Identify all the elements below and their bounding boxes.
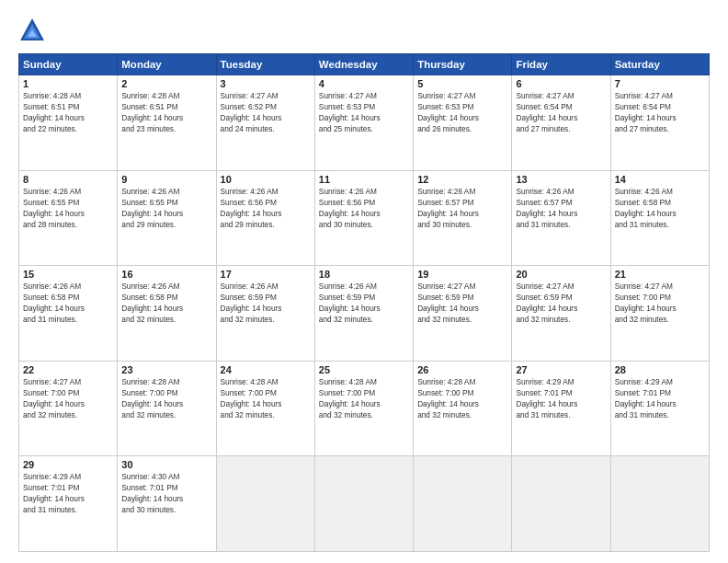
day-number: 27: [516, 364, 606, 375]
day-number: 4: [319, 78, 409, 89]
day-number: 22: [23, 364, 113, 375]
calendar-cell: 24Sunrise: 4:28 AM Sunset: 7:00 PM Dayli…: [216, 361, 314, 456]
day-number: 30: [121, 459, 211, 470]
calendar-cell: 12Sunrise: 4:26 AM Sunset: 6:57 PM Dayli…: [414, 170, 512, 266]
calendar-cell: 14Sunrise: 4:26 AM Sunset: 6:58 PM Dayli…: [610, 170, 709, 266]
day-info: Sunrise: 4:26 AM Sunset: 6:59 PM Dayligh…: [221, 281, 311, 325]
day-info: Sunrise: 4:28 AM Sunset: 7:00 PM Dayligh…: [417, 376, 507, 420]
calendar-cell: [610, 456, 709, 552]
calendar-cell: 17Sunrise: 4:26 AM Sunset: 6:59 PM Dayli…: [216, 266, 314, 362]
calendar-cell: 1Sunrise: 4:28 AM Sunset: 6:51 PM Daylig…: [19, 75, 118, 171]
weekday-wednesday: Wednesday: [314, 54, 413, 75]
day-info: Sunrise: 4:27 AM Sunset: 7:00 PM Dayligh…: [23, 376, 113, 420]
day-number: 3: [221, 78, 311, 89]
weekday-friday: Friday: [512, 54, 610, 75]
calendar-cell: 7Sunrise: 4:27 AM Sunset: 6:54 PM Daylig…: [610, 75, 709, 171]
day-info: Sunrise: 4:27 AM Sunset: 6:59 PM Dayligh…: [417, 281, 507, 325]
day-info: Sunrise: 4:26 AM Sunset: 6:57 PM Dayligh…: [516, 186, 606, 230]
day-info: Sunrise: 4:27 AM Sunset: 6:52 PM Dayligh…: [221, 90, 311, 134]
calendar-cell: [512, 456, 610, 552]
weekday-header-row: SundayMondayTuesdayWednesdayThursdayFrid…: [19, 54, 710, 75]
day-info: Sunrise: 4:28 AM Sunset: 7:00 PM Dayligh…: [319, 376, 409, 420]
weekday-thursday: Thursday: [414, 54, 512, 75]
calendar: SundayMondayTuesdayWednesdayThursdayFrid…: [18, 53, 710, 552]
day-info: Sunrise: 4:27 AM Sunset: 7:00 PM Dayligh…: [615, 281, 705, 325]
calendar-cell: 16Sunrise: 4:26 AM Sunset: 6:58 PM Dayli…: [118, 266, 216, 362]
calendar-cell: 11Sunrise: 4:26 AM Sunset: 6:56 PM Dayli…: [314, 170, 413, 266]
calendar-cell: 5Sunrise: 4:27 AM Sunset: 6:53 PM Daylig…: [414, 75, 512, 171]
day-number: 11: [319, 174, 409, 185]
day-number: 23: [121, 364, 211, 375]
day-info: Sunrise: 4:27 AM Sunset: 6:59 PM Dayligh…: [516, 281, 606, 325]
weekday-tuesday: Tuesday: [216, 54, 314, 75]
day-info: Sunrise: 4:27 AM Sunset: 6:54 PM Dayligh…: [516, 90, 606, 134]
day-info: Sunrise: 4:28 AM Sunset: 6:51 PM Dayligh…: [121, 90, 211, 134]
day-number: 21: [615, 269, 705, 280]
day-number: 17: [221, 269, 311, 280]
week-row-1: 1Sunrise: 4:28 AM Sunset: 6:51 PM Daylig…: [19, 75, 710, 171]
day-info: Sunrise: 4:27 AM Sunset: 6:54 PM Dayligh…: [615, 90, 705, 134]
calendar-cell: 2Sunrise: 4:28 AM Sunset: 6:51 PM Daylig…: [118, 75, 216, 171]
day-number: 16: [121, 269, 211, 280]
calendar-cell: [314, 456, 413, 552]
day-number: 14: [615, 174, 705, 185]
day-info: Sunrise: 4:28 AM Sunset: 6:51 PM Dayligh…: [23, 90, 113, 134]
logo: [18, 17, 51, 44]
day-number: 5: [417, 78, 507, 89]
calendar-cell: 29Sunrise: 4:29 AM Sunset: 7:01 PM Dayli…: [19, 456, 118, 552]
day-number: 26: [417, 364, 507, 375]
day-info: Sunrise: 4:26 AM Sunset: 6:58 PM Dayligh…: [121, 281, 211, 325]
calendar-cell: 10Sunrise: 4:26 AM Sunset: 6:56 PM Dayli…: [216, 170, 314, 266]
day-number: 2: [121, 78, 211, 89]
day-info: Sunrise: 4:30 AM Sunset: 7:01 PM Dayligh…: [121, 471, 211, 515]
calendar-cell: 3Sunrise: 4:27 AM Sunset: 6:52 PM Daylig…: [216, 75, 314, 171]
weekday-monday: Monday: [118, 54, 216, 75]
day-number: 10: [221, 174, 311, 185]
day-number: 29: [23, 459, 113, 470]
calendar-cell: 20Sunrise: 4:27 AM Sunset: 6:59 PM Dayli…: [512, 266, 610, 362]
day-number: 12: [417, 174, 507, 185]
calendar-cell: 23Sunrise: 4:28 AM Sunset: 7:00 PM Dayli…: [118, 361, 216, 456]
day-number: 20: [516, 269, 606, 280]
calendar-cell: 13Sunrise: 4:26 AM Sunset: 6:57 PM Dayli…: [512, 170, 610, 266]
calendar-cell: 15Sunrise: 4:26 AM Sunset: 6:58 PM Dayli…: [19, 266, 118, 362]
day-info: Sunrise: 4:28 AM Sunset: 7:00 PM Dayligh…: [121, 376, 211, 420]
day-number: 13: [516, 174, 606, 185]
day-info: Sunrise: 4:26 AM Sunset: 6:58 PM Dayligh…: [615, 186, 705, 230]
weekday-sunday: Sunday: [19, 54, 118, 75]
day-number: 8: [23, 174, 113, 185]
day-info: Sunrise: 4:26 AM Sunset: 6:55 PM Dayligh…: [121, 186, 211, 230]
week-row-5: 29Sunrise: 4:29 AM Sunset: 7:01 PM Dayli…: [19, 456, 710, 552]
calendar-cell: 26Sunrise: 4:28 AM Sunset: 7:00 PM Dayli…: [414, 361, 512, 456]
weekday-saturday: Saturday: [610, 54, 709, 75]
day-number: 24: [221, 364, 311, 375]
calendar-cell: 18Sunrise: 4:26 AM Sunset: 6:59 PM Dayli…: [314, 266, 413, 362]
calendar-cell: 8Sunrise: 4:26 AM Sunset: 6:55 PM Daylig…: [19, 170, 118, 266]
day-number: 28: [615, 364, 705, 375]
calendar-cell: [216, 456, 314, 552]
calendar-cell: 22Sunrise: 4:27 AM Sunset: 7:00 PM Dayli…: [19, 361, 118, 456]
page: SundayMondayTuesdayWednesdayThursdayFrid…: [0, 0, 728, 563]
calendar-cell: 30Sunrise: 4:30 AM Sunset: 7:01 PM Dayli…: [118, 456, 216, 552]
day-info: Sunrise: 4:27 AM Sunset: 6:53 PM Dayligh…: [417, 90, 507, 134]
week-row-3: 15Sunrise: 4:26 AM Sunset: 6:58 PM Dayli…: [19, 266, 710, 362]
day-info: Sunrise: 4:26 AM Sunset: 6:56 PM Dayligh…: [221, 186, 311, 230]
week-row-2: 8Sunrise: 4:26 AM Sunset: 6:55 PM Daylig…: [19, 170, 710, 266]
calendar-cell: 9Sunrise: 4:26 AM Sunset: 6:55 PM Daylig…: [118, 170, 216, 266]
day-number: 19: [417, 269, 507, 280]
day-number: 15: [23, 269, 113, 280]
day-number: 6: [516, 78, 606, 89]
day-info: Sunrise: 4:29 AM Sunset: 7:01 PM Dayligh…: [516, 376, 606, 420]
calendar-cell: 19Sunrise: 4:27 AM Sunset: 6:59 PM Dayli…: [414, 266, 512, 362]
day-info: Sunrise: 4:26 AM Sunset: 6:55 PM Dayligh…: [23, 186, 113, 230]
day-info: Sunrise: 4:29 AM Sunset: 7:01 PM Dayligh…: [23, 471, 113, 515]
calendar-cell: 25Sunrise: 4:28 AM Sunset: 7:00 PM Dayli…: [314, 361, 413, 456]
day-number: 7: [615, 78, 705, 89]
calendar-cell: 6Sunrise: 4:27 AM Sunset: 6:54 PM Daylig…: [512, 75, 610, 171]
calendar-cell: 4Sunrise: 4:27 AM Sunset: 6:53 PM Daylig…: [314, 75, 413, 171]
week-row-4: 22Sunrise: 4:27 AM Sunset: 7:00 PM Dayli…: [19, 361, 710, 456]
day-number: 1: [23, 78, 113, 89]
day-number: 9: [121, 174, 211, 185]
day-info: Sunrise: 4:29 AM Sunset: 7:01 PM Dayligh…: [615, 376, 705, 420]
day-info: Sunrise: 4:26 AM Sunset: 6:59 PM Dayligh…: [319, 281, 409, 325]
